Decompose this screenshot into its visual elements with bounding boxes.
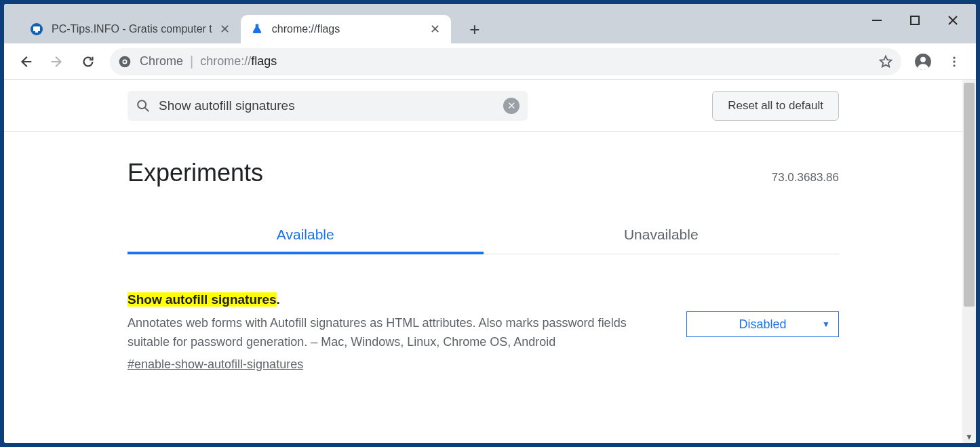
svg-point-7 — [123, 60, 126, 63]
chevron-down-icon: ▼ — [822, 319, 830, 329]
vertical-scrollbar[interactable]: ▼ — [962, 80, 976, 443]
bookmark-star-icon[interactable] — [878, 54, 893, 69]
tab-pctips[interactable]: PC-Tips.INFO - Gratis computer t ✕ — [20, 15, 241, 43]
clear-search-icon[interactable]: ✕ — [503, 98, 520, 114]
svg-point-10 — [953, 56, 955, 58]
svg-point-9 — [920, 56, 926, 62]
reset-all-button[interactable]: Reset all to default — [712, 91, 839, 121]
profile-button[interactable] — [909, 48, 937, 75]
close-icon[interactable]: ✕ — [429, 23, 442, 35]
flag-anchor-link[interactable]: #enable-show-autofill-signatures — [128, 357, 303, 372]
close-window-button[interactable] — [934, 7, 972, 34]
search-icon — [136, 98, 151, 113]
tab-flags[interactable]: chrome://flags ✕ — [241, 15, 451, 43]
favicon-pctips-icon — [30, 22, 43, 36]
flag-description: Annotates web forms with Autofill signat… — [128, 314, 659, 352]
close-icon[interactable]: ✕ — [219, 23, 231, 35]
window-controls — [858, 4, 972, 37]
back-button[interactable] — [12, 48, 39, 75]
flag-state-select[interactable]: Disabled ▼ — [686, 311, 839, 337]
browser-toolbar: Chrome | chrome://flags — [4, 43, 976, 80]
search-input[interactable] — [159, 98, 503, 113]
new-tab-button[interactable]: + — [463, 18, 486, 41]
reload-button[interactable] — [75, 48, 102, 75]
url-path: flags — [251, 54, 277, 69]
scroll-down-icon[interactable]: ▼ — [962, 432, 976, 442]
page-content: ✕ Reset all to default Experiments 73.0.… — [4, 80, 962, 443]
forward-button[interactable] — [43, 48, 71, 75]
svg-line-14 — [145, 107, 149, 111]
address-bar[interactable]: Chrome | chrome://flags — [110, 48, 901, 75]
menu-button[interactable] — [941, 48, 968, 75]
svg-point-11 — [953, 60, 955, 62]
svg-rect-1 — [33, 26, 40, 31]
svg-rect-4 — [911, 16, 919, 24]
flag-tabs: Available Unavailable — [128, 218, 839, 254]
flags-search[interactable]: ✕ — [128, 91, 528, 121]
url-scheme: chrome:// — [200, 54, 251, 69]
tab-unavailable[interactable]: Unavailable — [484, 218, 840, 254]
flag-state-value: Disabled — [739, 317, 786, 332]
svg-point-12 — [953, 64, 955, 66]
tab-title: PC-Tips.INFO - Gratis computer t — [52, 23, 212, 35]
scrollbar-thumb[interactable] — [964, 83, 975, 307]
tab-available[interactable]: Available — [128, 218, 484, 254]
svg-point-13 — [138, 100, 146, 109]
tab-strip: PC-Tips.INFO - Gratis computer t ✕ chrom… — [4, 4, 976, 43]
tab-title: chrome://flags — [272, 23, 423, 35]
svg-rect-2 — [35, 31, 38, 33]
origin-label: Chrome — [140, 54, 183, 69]
chrome-version: 73.0.3683.86 — [772, 171, 839, 184]
minimize-button[interactable] — [858, 7, 896, 34]
favicon-flask-icon — [250, 22, 264, 36]
chrome-origin-icon — [118, 55, 132, 69]
origin-divider: | — [190, 54, 193, 69]
flag-entry: Show autofill signatures. Annotates web … — [128, 292, 839, 372]
svg-rect-3 — [872, 20, 882, 21]
flags-search-bar: ✕ Reset all to default — [4, 80, 962, 132]
flag-title: Show autofill signatures. — [128, 292, 659, 307]
page-title: Experiments — [128, 159, 263, 187]
maximize-button[interactable] — [896, 7, 934, 34]
